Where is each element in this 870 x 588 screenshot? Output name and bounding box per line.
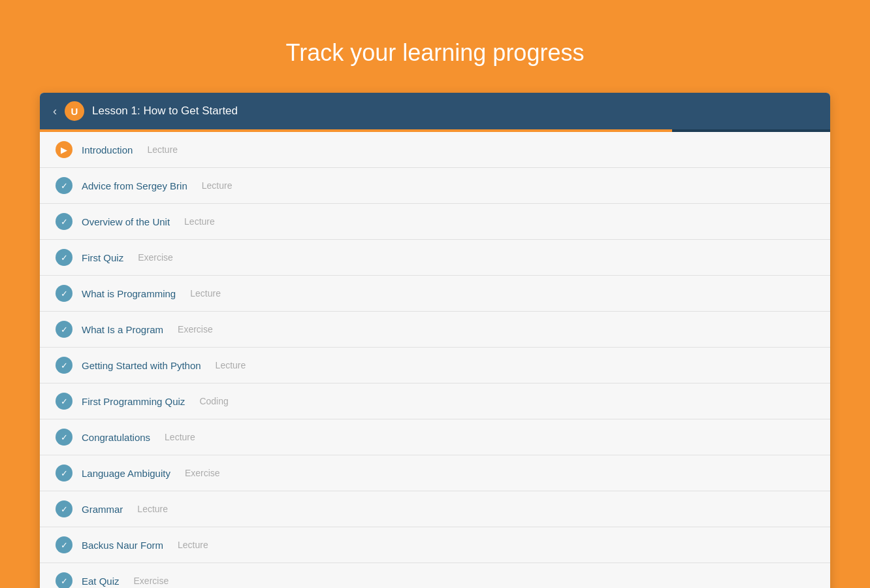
- list-item[interactable]: ✓Advice from Sergey BrinLecture: [40, 168, 830, 204]
- card-header: ‹ U Lesson 1: How to Get Started: [40, 93, 830, 129]
- check-icon: ✓: [56, 177, 72, 194]
- check-icon: ✓: [56, 249, 72, 266]
- lesson-type: Lecture: [178, 540, 208, 550]
- lesson-type: Lecture: [216, 360, 246, 370]
- lesson-type: Exercise: [134, 576, 169, 586]
- page-title: Track your learning progress: [286, 39, 585, 67]
- check-icon: ✓: [56, 465, 72, 482]
- lesson-type: Lecture: [137, 504, 168, 514]
- lesson-name: Advice from Sergey Brin: [82, 180, 187, 191]
- check-icon: ✓: [56, 500, 72, 517]
- lesson-name: First Quiz: [82, 252, 123, 263]
- check-icon: ✓: [56, 357, 72, 374]
- lesson-type: Exercise: [178, 324, 213, 335]
- list-item[interactable]: ✓First Programming QuizCoding: [40, 384, 830, 419]
- lesson-name: Eat Quiz: [82, 576, 120, 587]
- list-item[interactable]: ✓GrammarLecture: [40, 491, 830, 527]
- check-icon: ✓: [56, 393, 72, 410]
- lesson-card: ‹ U Lesson 1: How to Get Started ▶Introd…: [40, 93, 830, 588]
- list-item[interactable]: ✓Backus Naur FormLecture: [40, 527, 830, 563]
- lesson-name: Overview of the Unit: [82, 216, 170, 227]
- lesson-type: Exercise: [185, 468, 220, 478]
- brand-logo: U: [65, 101, 84, 121]
- play-icon: ▶: [56, 141, 72, 158]
- list-item[interactable]: ✓CongratulationsLecture: [40, 419, 830, 455]
- lesson-type: Coding: [199, 396, 228, 406]
- lesson-header-title: Lesson 1: How to Get Started: [92, 105, 238, 118]
- check-icon: ✓: [56, 536, 72, 553]
- list-item[interactable]: ✓Eat QuizExercise: [40, 563, 830, 588]
- collapse-icon[interactable]: ‹: [53, 105, 57, 118]
- lesson-type: Lecture: [202, 180, 233, 191]
- lesson-name: Backus Naur Form: [82, 540, 163, 551]
- list-item[interactable]: ✓What Is a ProgramExercise: [40, 312, 830, 348]
- lesson-type: Lecture: [190, 288, 221, 299]
- lesson-name: Getting Started with Python: [82, 360, 201, 371]
- lesson-name: First Programming Quiz: [82, 396, 185, 407]
- list-item[interactable]: ▶IntroductionLecture: [40, 132, 830, 168]
- lesson-name: Grammar: [82, 504, 123, 515]
- list-item[interactable]: ✓Getting Started with PythonLecture: [40, 348, 830, 384]
- list-item[interactable]: ✓First QuizExercise: [40, 240, 830, 276]
- check-icon: ✓: [56, 321, 72, 338]
- lesson-type: Lecture: [165, 432, 195, 442]
- list-item[interactable]: ✓What is ProgrammingLecture: [40, 276, 830, 312]
- lesson-name: Congratulations: [82, 432, 150, 443]
- check-icon: ✓: [56, 213, 72, 230]
- lesson-list: ▶IntroductionLecture✓Advice from Sergey …: [40, 132, 830, 588]
- list-item[interactable]: ✓Overview of the UnitLecture: [40, 204, 830, 240]
- check-icon: ✓: [56, 572, 72, 588]
- lesson-type: Lecture: [147, 144, 178, 155]
- lesson-name: Introduction: [82, 144, 133, 155]
- lesson-type: Lecture: [184, 216, 215, 227]
- lesson-type: Exercise: [138, 252, 173, 263]
- check-icon: ✓: [56, 429, 72, 446]
- lesson-name: What is Programming: [82, 288, 176, 299]
- list-item[interactable]: ✓Language AmbiguityExercise: [40, 455, 830, 491]
- lesson-name: What Is a Program: [82, 324, 163, 335]
- lesson-name: Language Ambiguity: [82, 468, 170, 479]
- check-icon: ✓: [56, 285, 72, 302]
